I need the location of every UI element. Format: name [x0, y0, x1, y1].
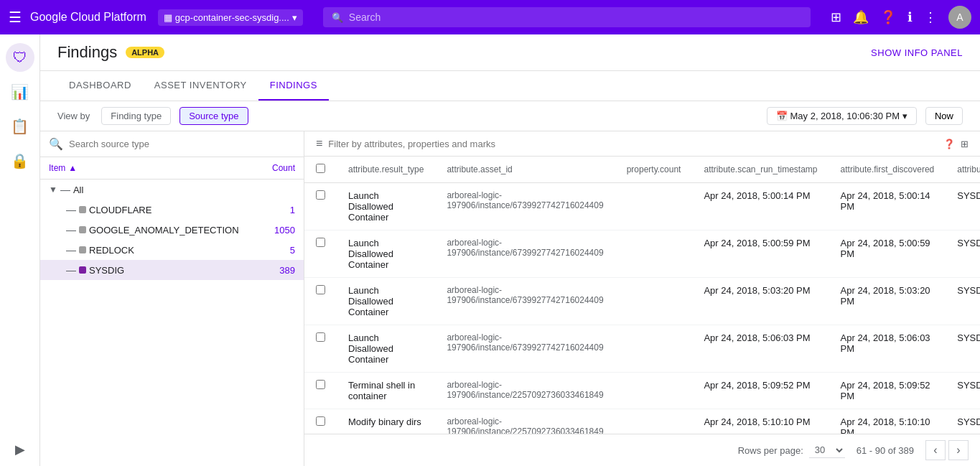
top-nav: ☰ Google Cloud Platform ▦ gcp-container-… — [0, 0, 980, 34]
cell-scan-timestamp: Apr 24, 2018, 5:10:10 PM — [692, 409, 829, 434]
row-checkbox-cell — [304, 373, 337, 409]
now-button[interactable]: Now — [925, 107, 963, 125]
cell-result-type: Launch Disallowed Container — [337, 183, 435, 230]
tree-row-google-anomaly[interactable]: — GOOGLE_ANOMALY_DETECTION 1050 — [40, 220, 304, 240]
th-result-type[interactable]: attribute.result_type — [337, 157, 435, 183]
tab-dashboard[interactable]: DASHBOARD — [57, 71, 143, 101]
table-row[interactable]: Modify binary dirs arboreal-logic-197906… — [304, 409, 980, 434]
filter-input[interactable] — [328, 139, 938, 149]
table-row[interactable]: Terminal shell in container arboreal-log… — [304, 373, 980, 409]
row-checkbox[interactable] — [316, 190, 325, 200]
th-checkbox — [304, 157, 337, 183]
table-row[interactable]: Launch Disallowed Container arboreal-log… — [304, 278, 980, 325]
alpha-badge: ALPHA — [126, 47, 164, 58]
sidebar-icon-dashboard[interactable]: 📊 — [6, 78, 34, 106]
rows-per-page: Rows per page: 30 50 100 — [738, 442, 845, 458]
cell-result-type: Launch Disallowed Container — [337, 278, 435, 325]
filter-icon: ≡ — [316, 137, 322, 150]
findings-table: attribute.result_type attribute.asset_id… — [304, 157, 980, 434]
sidebar-icon-security[interactable]: 🔒 — [6, 146, 34, 175]
th-property-count[interactable]: property.count — [615, 157, 693, 183]
rows-per-page-select[interactable]: 30 50 100 — [809, 442, 845, 458]
project-name: gcp-container-sec-sysdig.... — [175, 12, 289, 23]
date-selector[interactable]: 📅 May 2, 2018, 10:06:30 PM ▾ — [767, 107, 917, 125]
tab-asset-inventory[interactable]: ASSET INVENTORY — [143, 71, 258, 101]
filter-help-icon[interactable]: ❓ — [943, 139, 955, 149]
cell-scan-timestamp: Apr 24, 2018, 5:09:52 PM — [692, 373, 829, 409]
table-row[interactable]: Launch Disallowed Container arboreal-log… — [304, 325, 980, 373]
info-icon[interactable]: ℹ — [907, 9, 913, 25]
sidebar-expand-btn[interactable]: ▶ — [15, 442, 25, 457]
title-area: Findings ALPHA — [57, 43, 164, 62]
th-scanner-id[interactable]: attribute.scanner_id — [946, 157, 980, 183]
top-nav-actions: ⊞ 🔔 ❓ ℹ ⋮ A — [831, 6, 971, 29]
row-checkbox[interactable] — [316, 332, 325, 342]
tree-row-sysdig[interactable]: — SYSDIG 389 — [40, 260, 304, 280]
help-icon[interactable]: ❓ — [880, 9, 896, 25]
avatar[interactable]: A — [948, 6, 971, 29]
cell-property-count — [615, 325, 693, 373]
show-info-panel-button[interactable]: SHOW INFO PANEL — [871, 47, 963, 58]
project-selector[interactable]: ▦ gcp-container-sec-sysdig.... ▾ — [158, 9, 303, 26]
global-search[interactable]: 🔍 — [323, 7, 811, 27]
cell-scanner-id: SYSDIG — [946, 409, 980, 434]
search-box: 🔍 — [40, 131, 304, 157]
row-checkbox-cell — [304, 230, 337, 278]
row-checkbox[interactable] — [316, 380, 325, 389]
th-first-discovered[interactable]: attribute.first_discovered — [829, 157, 946, 183]
apps-icon[interactable]: ⊞ — [831, 9, 841, 25]
cell-property-count — [615, 230, 693, 278]
table-row[interactable]: Launch Disallowed Container arboreal-log… — [304, 230, 980, 278]
sidebar-icon-shield[interactable]: 🛡 — [6, 43, 34, 72]
icon-sidebar: 🛡 📊 📋 🔒 ▶ — [0, 34, 40, 466]
row-checkbox-cell — [304, 409, 337, 434]
cell-first-discovered: Apr 24, 2018, 5:00:14 PM — [829, 183, 946, 230]
notifications-icon[interactable]: 🔔 — [853, 9, 869, 25]
search-icon: 🔍 — [332, 12, 343, 23]
menu-icon[interactable]: ☰ — [9, 9, 22, 26]
global-search-input[interactable] — [349, 11, 802, 23]
body-area: 🔍 Item ▲ Count ▼ — — [40, 131, 980, 466]
tree-item-label: REDLOCK — [89, 245, 134, 256]
tab-findings[interactable]: FINDINGS — [258, 71, 329, 101]
cell-property-count — [615, 278, 693, 325]
dash-icon: — — [66, 224, 76, 236]
row-checkbox[interactable] — [316, 285, 325, 294]
cell-property-count — [615, 409, 693, 434]
cell-scanner-id: SYSDIG — [946, 278, 980, 325]
pagination: Rows per page: 30 50 100 61 - 90 of 389 … — [304, 434, 980, 466]
tree-header: Item ▲ Count — [40, 157, 304, 180]
calendar-icon: 📅 — [776, 111, 788, 121]
more-icon[interactable]: ⋮ — [924, 9, 937, 25]
tree-item-label: All — [73, 185, 83, 195]
cell-first-discovered: Apr 24, 2018, 5:00:59 PM — [829, 230, 946, 278]
cell-scanner-id: SYSDIG — [946, 183, 980, 230]
sidebar-icon-list[interactable]: 📋 — [6, 112, 34, 141]
cell-scanner-id: SYSDIG — [946, 373, 980, 409]
row-checkbox[interactable] — [316, 416, 325, 426]
th-asset-id[interactable]: attribute.asset_id — [435, 157, 615, 183]
source-dot — [79, 226, 86, 233]
source-dot — [79, 246, 86, 253]
view-by-source-type-button[interactable]: Source type — [179, 107, 248, 125]
view-by-finding-type-button[interactable]: Finding type — [101, 107, 171, 125]
cell-result-type: Launch Disallowed Container — [337, 325, 435, 373]
tree-item-label: GOOGLE_ANOMALY_DETECTION — [89, 225, 239, 236]
prev-page-button[interactable]: ‹ — [925, 440, 946, 460]
tree-row-cloudflare[interactable]: — CLOUDFLARE 1 — [40, 200, 304, 220]
search-source-type-input[interactable] — [69, 139, 295, 149]
toolbar: View by Finding type Source type 📅 May 2… — [40, 101, 980, 131]
filter-columns-icon[interactable]: ⊞ — [961, 139, 969, 149]
page-nav: ‹ › — [925, 440, 969, 460]
row-checkbox[interactable] — [316, 238, 325, 247]
tree-row-all[interactable]: ▼ — All — [40, 180, 304, 200]
tree-header-item[interactable]: Item ▲ — [49, 163, 252, 173]
select-all-checkbox[interactable] — [316, 164, 325, 173]
th-scan-timestamp[interactable]: attribute.scan_run_timestamp — [692, 157, 829, 183]
table-row[interactable]: Launch Disallowed Container arboreal-log… — [304, 183, 980, 230]
page-header: Findings ALPHA SHOW INFO PANEL — [40, 34, 980, 71]
page-info: 61 - 90 of 389 — [857, 445, 914, 456]
next-page-button[interactable]: › — [948, 440, 969, 460]
tree-row-redlock[interactable]: — REDLOCK 5 — [40, 240, 304, 260]
cell-scan-timestamp: Apr 24, 2018, 5:06:03 PM — [692, 325, 829, 373]
